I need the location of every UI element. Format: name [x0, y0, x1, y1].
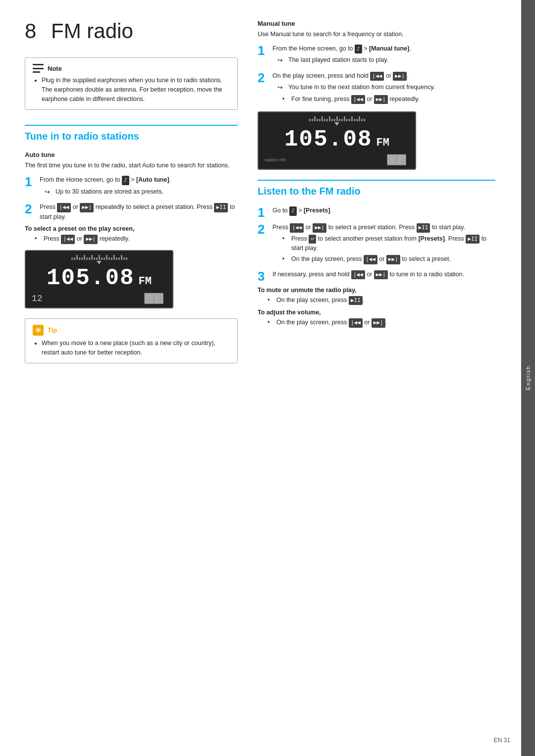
side-tab: English	[521, 0, 535, 756]
manual-step-2-arrow: ↪ You tune in to the next station from c…	[277, 83, 495, 93]
next-icon-2: ▶▶|	[84, 235, 98, 244]
listen-step-2-b1-text: Press ↩ to select another preset station…	[291, 234, 495, 253]
page-footer: EN 31	[494, 737, 510, 744]
manual-step-2-text: On the play screen, press and hold |◀◀ o…	[272, 72, 409, 79]
next-icon-7: ▶▶|	[374, 270, 388, 280]
page-number: EN 31	[494, 737, 510, 744]
side-tab-label: English	[525, 365, 531, 390]
music-icon-2: ♪	[355, 45, 362, 54]
step-2-text: Press |◀◀ or ▶▶| repeatedly to select a …	[40, 203, 235, 220]
step-num-2: 2	[25, 202, 35, 215]
to-mute-text: On the play screen, press ▶II.	[276, 296, 364, 305]
fm-band-1: FM	[139, 275, 152, 288]
manual-step-1: 1 From the Home screen, go to ♪ > [Manua…	[258, 44, 495, 67]
listen-step-3: 3 If necessary, press and hold |◀◀ or ▶▶…	[258, 270, 495, 283]
manual-step-1-text: From the Home screen, go to ♪ > [Manual …	[272, 45, 411, 52]
note-icon	[33, 64, 44, 73]
fm-frequency-1: 105.08	[47, 265, 135, 291]
to-select-text: Press |◀◀ or ▶▶| repeatedly.	[44, 234, 130, 244]
note-item: Plug in the supplied earphones when you …	[42, 76, 230, 103]
note-label: Note	[48, 65, 62, 72]
tick-row-1	[71, 255, 127, 260]
fm-display-1: 105.08 FM 12 ▐██▌	[25, 250, 173, 308]
step-1-arrow: ↪ Up to 30 stations are stored as preset…	[45, 187, 238, 197]
prev-icon-7: |◀◀	[351, 270, 365, 280]
manual-step-2-arrow-text: You tune in to the next station from cur…	[288, 83, 435, 93]
tip-list: When you move to a new place (such as a …	[33, 339, 230, 357]
prev-icon-4: |◀◀	[351, 95, 365, 104]
fm-battery-2: ▐██▌	[384, 154, 409, 165]
manual-step-num-2: 2	[258, 71, 268, 84]
tune-section-title: Tune in to radio stations	[25, 125, 238, 142]
listen-section: Listen to the FM radio 1 Go to ♪ > [Pres…	[258, 180, 495, 327]
listen-step-2-b2-text: On the play screen, press |◀◀ or ▶▶| to …	[291, 254, 451, 264]
auto-tune-step-1: 1 From the Home screen, go to ♪ > [Auto …	[25, 175, 238, 199]
to-mute-label: To mute or unmute the radio play,	[258, 287, 495, 294]
next-icon-4: ▶▶|	[374, 95, 388, 104]
listen-section-title: Listen to the FM radio	[258, 180, 495, 197]
fm-freq-row-1: 105.08 FM	[47, 265, 152, 291]
fm-bottom-2: station info ▐██▌	[265, 154, 409, 165]
fm-battery-1: ▐██▌	[141, 293, 166, 303]
manual-step-2: 2 On the play screen, press and hold |◀◀…	[258, 71, 495, 106]
note-list: Plug in the supplied earphones when you …	[33, 76, 230, 103]
to-volume-item: • On the play screen, press |◀◀ or ▶▶|.	[268, 318, 495, 328]
playpause-icon-3: ▶II	[466, 235, 480, 244]
prev-icon-2: |◀◀	[61, 235, 75, 244]
listen-step-num-3: 3	[258, 270, 268, 283]
to-select-item-1: • Press |◀◀ or ▶▶| repeatedly.	[35, 234, 238, 244]
manual-step-2-bullet-text: For fine tuning, press |◀◀ or ▶▶| repeat…	[291, 95, 420, 104]
step-1-text: From the Home screen, go to ♪ > [Auto tu…	[40, 176, 171, 183]
music-icon-1: ♪	[122, 176, 129, 185]
next-icon-6: ▶▶|	[386, 255, 400, 264]
fm-freq-row-2: 105.08 FM	[284, 127, 389, 152]
next-icon-3: ▶▶|	[393, 72, 407, 81]
step-1-arrow-text: Up to 30 stations are stored as presets.	[55, 187, 163, 197]
note-box: Note Plug in the supplied earphones when…	[25, 57, 238, 110]
listen-step-2-bullet-2: • On the play screen, press |◀◀ or ▶▶| t…	[282, 254, 495, 264]
auto-tune-desc: The first time you tune in to the radio,…	[25, 161, 238, 170]
manual-tune: Manual tune Use Manual tune to search fo…	[258, 20, 495, 170]
to-volume-label: To adjust the volume,	[258, 309, 495, 316]
step-num-1: 1	[25, 175, 35, 188]
prev-icon-3: |◀◀	[370, 72, 384, 81]
tip-icon: ✳	[33, 325, 44, 336]
tip-label: Tip	[48, 326, 57, 334]
chapter-title-text: FM radio	[51, 19, 133, 43]
fm-display-2: 105.08 FM station info ▐██▌	[258, 111, 416, 170]
to-volume-text: On the play screen, press |◀◀ or ▶▶|.	[276, 318, 387, 328]
manual-step-1-arrow: ↪ The last played station starts to play…	[277, 55, 495, 65]
manual-step-num-1: 1	[258, 44, 268, 57]
prev-icon-6: |◀◀	[364, 255, 377, 264]
prev-icon-5: |◀◀	[290, 223, 304, 233]
auto-tune-label: Auto tune	[25, 151, 238, 158]
auto-tune-step-2: 2 Press |◀◀ or ▶▶| repeatedly to select …	[25, 202, 238, 221]
manual-tune-label: Manual tune	[258, 20, 495, 27]
next-icon-1: ▶▶|	[80, 203, 94, 212]
listen-step-2-text: Press |◀◀ or ▶▶| to select a preset stat…	[272, 224, 465, 231]
tune-section: Tune in to radio stations Auto tune The …	[25, 125, 238, 308]
chapter-title: 8 FM radio	[25, 20, 238, 43]
tip-item: When you move to a new place (such as a …	[42, 339, 230, 357]
fm-bottom-text-2: station info	[265, 157, 384, 162]
listen-step-2: 2 Press |◀◀ or ▶▶| to select a preset st…	[258, 223, 495, 265]
fm-preset-1: 12	[32, 294, 43, 303]
listen-step-3-text: If necessary, press and hold |◀◀ or ▶▶| …	[272, 271, 464, 278]
listen-step-num-1: 1	[258, 206, 268, 219]
fm-band-2: FM	[376, 137, 389, 149]
prev-icon-1: |◀◀	[57, 203, 71, 212]
playpause-icon-1: ▶II	[214, 203, 228, 212]
listen-step-1-text: Go to ♪ > [Presets].	[272, 207, 332, 214]
to-select-label: To select a preset on the play screen,	[25, 225, 238, 232]
vol-down-icon: ▶▶|	[372, 318, 385, 328]
tick-row-2	[309, 116, 365, 121]
auto-tune: Auto tune The first time you tune in to …	[25, 151, 238, 244]
fm-bottom-1: 12 ▐██▌	[32, 293, 166, 303]
vol-up-icon: |◀◀	[349, 318, 363, 328]
music-icon-3: ♪	[289, 206, 297, 216]
manual-step-1-arrow-text: The last played station starts to play.	[288, 55, 388, 65]
to-mute-item: • On the play screen, press ▶II.	[268, 296, 495, 305]
playpause-icon-2: ▶II	[417, 223, 430, 233]
playpause-icon-4: ▶II	[349, 296, 363, 305]
back-icon-1: ↩	[309, 235, 316, 244]
